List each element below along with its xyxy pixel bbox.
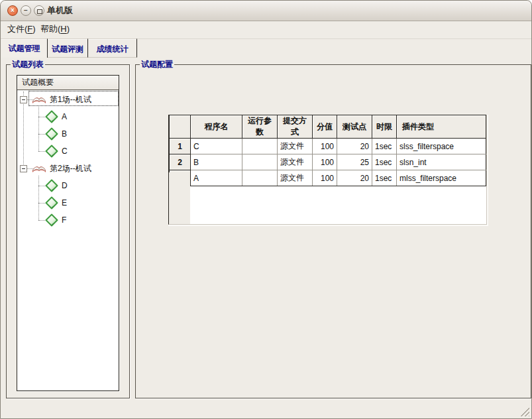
col-header-time[interactable]: 时限 xyxy=(372,115,397,139)
expand-toggle-group2[interactable] xyxy=(20,165,27,172)
tree-item-c[interactable]: C xyxy=(45,143,68,159)
expand-toggle-group1[interactable] xyxy=(20,96,27,103)
tree-item-a[interactable]: A xyxy=(45,109,67,125)
open-book-icon xyxy=(32,162,46,174)
tree-connector xyxy=(38,186,45,186)
program-cell[interactable]: B xyxy=(191,154,242,170)
maximize-box-glyph xyxy=(37,9,42,14)
row-header-strip xyxy=(169,172,190,224)
tab-score-stats[interactable]: 成绩统计 xyxy=(88,38,137,58)
score-cell[interactable]: 100 xyxy=(313,154,337,170)
submit-cell[interactable]: 源文件 xyxy=(278,154,313,170)
group-question-config: 试题配置 xyxy=(135,59,531,398)
tree-group1-connector xyxy=(38,107,39,151)
col-header-submit[interactable]: 提交方式 xyxy=(278,115,313,139)
tree-connector xyxy=(38,151,45,152)
tree-item-b[interactable]: B xyxy=(45,126,67,142)
score-cell[interactable]: 100 xyxy=(313,170,337,186)
resize-grip-icon[interactable] xyxy=(519,406,529,416)
row-header-2[interactable]: 2 xyxy=(170,154,191,170)
tests-cell[interactable]: 20 xyxy=(337,170,372,186)
maximize-icon[interactable] xyxy=(34,5,44,16)
menu-help-mnemonic: H xyxy=(60,24,66,34)
green-diamond-icon xyxy=(45,179,58,192)
green-diamond-icon xyxy=(45,213,58,227)
tree-item-group1[interactable]: 第1场--机试 xyxy=(32,91,91,107)
app-window: × − 单机版 文件(F) 帮助(H) 试题管理 试题评测 成绩统计 试题列表 … xyxy=(0,0,532,419)
tree-body[interactable]: 第1场--机试 A B C 第2场--机试 D xyxy=(17,90,119,390)
open-book-icon xyxy=(32,93,46,105)
time-cell[interactable]: 1sec xyxy=(372,154,397,170)
window-title: 单机版 xyxy=(47,1,73,21)
group-question-list-title: 试题列表 xyxy=(11,59,45,70)
plugin-cell[interactable]: slss_filterspace xyxy=(397,139,486,154)
menu-help-text: 帮助( xyxy=(40,24,60,34)
menu-help-close-paren: ) xyxy=(67,24,70,34)
tree-item-e[interactable]: E xyxy=(45,195,67,211)
config-table: 程序名 运行参数 提交方式 分值 测试点 时限 插件类型 1 C 源文件 100… xyxy=(169,115,486,186)
col-header-score[interactable]: 分值 xyxy=(313,115,337,139)
tree-item-label: 第2场--机试 xyxy=(50,163,91,174)
green-diamond-icon xyxy=(45,196,58,210)
green-diamond-icon xyxy=(45,145,58,158)
tree-item-label: 第1场--机试 xyxy=(50,94,91,105)
tree-item-label: B xyxy=(62,129,67,139)
tree-item-label: F xyxy=(62,215,66,225)
corner-header-cell xyxy=(170,115,191,139)
plugin-cell[interactable]: mlss_filterspace xyxy=(397,170,486,186)
green-diamond-icon xyxy=(45,110,58,123)
submit-cell[interactable]: 源文件 xyxy=(278,170,313,186)
tests-cell[interactable]: 20 xyxy=(337,139,372,154)
table-row: 1 C 源文件 100 20 1sec slss_filterspace xyxy=(170,139,486,154)
plugin-cell[interactable]: slsn_int xyxy=(397,154,486,170)
col-header-tests[interactable]: 测试点 xyxy=(337,115,372,139)
titlebar[interactable]: × − 单机版 xyxy=(1,1,531,21)
tree-item-label: A xyxy=(62,112,67,121)
args-cell[interactable] xyxy=(242,170,278,186)
tree-connector xyxy=(38,220,45,221)
tab-question-judge[interactable]: 试题评测 xyxy=(48,38,88,58)
close-icon[interactable]: × xyxy=(7,5,18,16)
menu-item-help[interactable]: 帮助(H) xyxy=(38,21,72,38)
tree-connector xyxy=(38,117,45,117)
question-tree: 试题概要 第1场--机试 xyxy=(17,75,119,391)
tree-item-group2[interactable]: 第2场--机试 xyxy=(32,160,91,176)
table-row: 2 B 源文件 100 25 1sec slsn_int xyxy=(170,154,486,170)
config-table-viewport: 程序名 运行参数 提交方式 分值 测试点 时限 插件类型 1 C 源文件 100… xyxy=(168,115,487,225)
program-cell[interactable]: C xyxy=(191,139,242,154)
minimize-icon[interactable]: − xyxy=(21,5,31,16)
tree-item-label: E xyxy=(62,198,67,208)
col-header-program[interactable]: 程序名 xyxy=(191,115,242,139)
args-cell[interactable] xyxy=(242,139,278,154)
program-cell[interactable]: A xyxy=(191,170,242,186)
table-row: 3 A 源文件 100 20 1sec mlss_filterspace xyxy=(170,170,486,186)
score-cell[interactable]: 100 xyxy=(313,139,337,154)
tree-header: 试题概要 xyxy=(17,76,119,90)
green-diamond-icon xyxy=(45,127,58,141)
submit-cell[interactable]: 源文件 xyxy=(278,139,313,154)
tree-group2-connector xyxy=(38,176,39,220)
time-cell[interactable]: 1sec xyxy=(372,139,397,154)
tree-item-label: C xyxy=(62,147,68,156)
time-cell[interactable]: 1sec xyxy=(372,170,397,186)
col-header-plugin[interactable]: 插件类型 xyxy=(397,115,486,139)
menu-file-text: 文件( xyxy=(7,24,27,34)
tree-item-d[interactable]: D xyxy=(45,178,68,194)
tree-connector xyxy=(38,203,45,204)
menu-item-file[interactable]: 文件(F) xyxy=(5,21,38,38)
col-header-args[interactable]: 运行参数 xyxy=(242,115,278,139)
table-header-row: 程序名 运行参数 提交方式 分值 测试点 时限 插件类型 xyxy=(170,115,486,139)
tab-question-manage[interactable]: 试题管理 xyxy=(1,38,48,58)
tab-bar: 试题管理 试题评测 成绩统计 xyxy=(1,38,137,58)
tree-item-label: D xyxy=(62,181,68,190)
tests-cell[interactable]: 25 xyxy=(337,154,372,170)
tree-connector xyxy=(38,134,45,135)
menubar: 文件(F) 帮助(H) xyxy=(1,21,531,39)
tree-item-f[interactable]: F xyxy=(45,212,66,228)
row-header-1[interactable]: 1 xyxy=(170,139,191,154)
group-question-config-title: 试题配置 xyxy=(140,59,174,70)
args-cell[interactable] xyxy=(242,154,278,170)
menu-file-close-paren: ) xyxy=(32,24,35,34)
